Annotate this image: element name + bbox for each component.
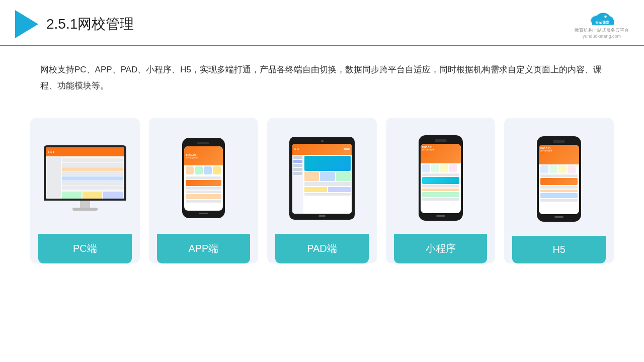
app-device-image: 职达人的 第一堂职推课 [157, 132, 251, 225]
mini-screen: 职达人的 第一堂职推课 [421, 144, 461, 213]
miniprogram-device-image: 职达人的 第一堂职推课 [394, 132, 488, 225]
pad-label: PAD端 [275, 234, 369, 263]
pc-monitor [44, 145, 126, 211]
pad-device-image [275, 132, 369, 225]
app-label: APP端 [157, 234, 251, 263]
h5-label: H5 [512, 236, 606, 263]
phone-home-mini [436, 215, 445, 217]
pc-device-image [38, 132, 132, 225]
app-card: 职达人的 第一堂职推课 [149, 118, 259, 263]
h5-device-image: 职达人的 第一堂职推课 [512, 132, 606, 227]
brand-url: yunduoketang.com [583, 34, 621, 39]
brand-logo: 云朵课堂 教育机构一站式服务云平台 yunduoketang.com [575, 9, 629, 39]
app-phone: 职达人的 第一堂职推课 [182, 138, 225, 218]
header: 2.5.1网校管理 云朵课堂 教育机构一站式服务云平台 yunduoketang… [0, 0, 644, 46]
page-title: 2.5.1网校管理 [46, 15, 134, 34]
miniprogram-card: 职达人的 第一堂职推课 [386, 118, 496, 263]
svg-point-7 [604, 16, 607, 18]
h5-screen: 职达人的 第一堂职推课 [539, 145, 579, 214]
svg-text:云朵课堂: 云朵课堂 [595, 20, 610, 24]
phone-screen: 职达人的 第一堂职推课 [184, 146, 223, 211]
h5-card: 职达人的 第一堂职推课 [504, 118, 614, 263]
phone-notch-mini [435, 139, 447, 142]
phone-home-h5 [554, 216, 564, 218]
header-left: 2.5.1网校管理 [15, 10, 134, 38]
brand-tagline: 教育机构一站式服务云平台 [575, 27, 629, 34]
cloud-brand-icon: 云朵课堂 [587, 9, 617, 27]
pad-tablet [289, 137, 355, 220]
phone-notch-h5 [553, 140, 565, 143]
pc-card: PC端 [30, 118, 140, 263]
tablet-home-button [318, 215, 326, 217]
h5-phone: 职达人的 第一堂职推课 [537, 136, 581, 222]
pad-card: PAD端 [267, 118, 377, 263]
tablet-screen [292, 144, 352, 214]
phone-home-button [199, 213, 208, 214]
tablet-camera [321, 140, 324, 142]
description-text: 网校支持PC、APP、PAD、小程序、H5，实现多端打通，产品各终端自由切换，数… [0, 46, 644, 103]
pc-label: PC端 [38, 234, 132, 263]
cards-container: PC端 职达人的 第一堂职推课 [0, 108, 644, 263]
logo-triangle-icon [15, 10, 38, 38]
miniprogram-label: 小程序 [394, 234, 488, 263]
mini-phone: 职达人的 第一堂职推课 [419, 135, 463, 221]
phone-notch [197, 142, 209, 144]
